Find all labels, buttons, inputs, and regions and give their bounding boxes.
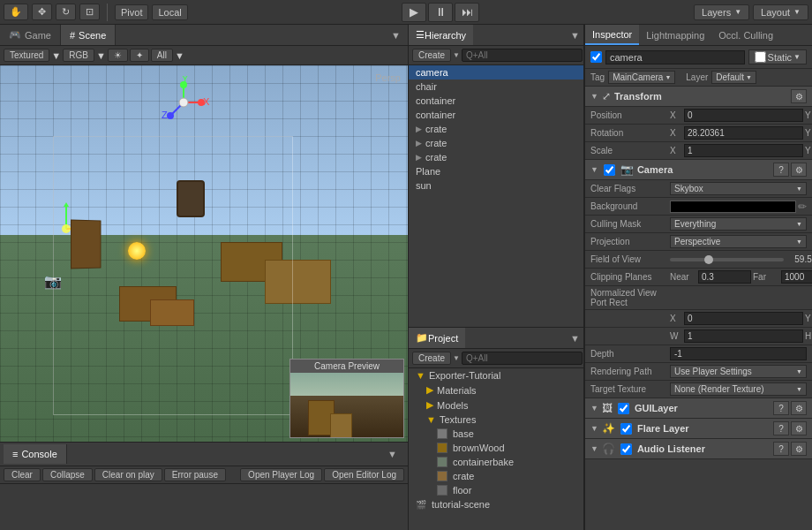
tab-scene[interactable]: # Scene [61,25,116,45]
play-btn[interactable]: ▶ [402,3,426,22]
camera-help-btn[interactable]: ? [773,163,789,177]
transform-component-header[interactable]: ▼ ⤢ Transform ⚙ [585,87,812,107]
camera-enabled-checkbox[interactable] [604,164,615,176]
flarelayer-help-btn[interactable]: ? [773,421,789,435]
tab-collapse-btn[interactable]: ▼ [387,30,404,41]
open-player-log-btn[interactable]: Open Player Log [240,468,322,481]
tab-occlusion[interactable]: Occl. Culling [711,25,780,45]
h-item-crate2[interactable]: ▶ crate [409,136,583,150]
near-field[interactable] [698,270,751,284]
flarelayer-checkbox[interactable] [620,423,632,435]
collapse-btn[interactable]: Collapse [42,468,93,481]
hand-tool-btn[interactable]: ✋ [4,4,28,20]
brownwood-tex-icon [437,443,447,453]
step-btn[interactable]: ⏭ [455,3,479,22]
h-item-container1[interactable]: container [409,94,583,108]
target-texture-dropdown[interactable]: None (Render Texture) [670,382,807,396]
p-item-crate-tex[interactable]: crate [409,469,583,483]
effects-btn[interactable]: ✦ [130,49,149,62]
sunlight-btn[interactable]: ☀ [108,49,128,62]
pivot-btn[interactable]: Pivot [115,4,148,20]
h-item-container2[interactable]: container [409,108,583,122]
hierarchy-tab[interactable]: ☰ Hierarchy [409,25,473,45]
tab-game[interactable]: 🎮 Game [0,25,61,45]
hierarchy-create-btn[interactable]: Create [412,49,451,62]
vp-x-field[interactable] [684,312,803,325]
vp-w-field[interactable] [684,329,803,343]
audiolistener-checkbox[interactable] [620,443,632,455]
background-color-swatch[interactable] [670,201,796,213]
far-field[interactable] [781,270,812,284]
h-item-crate1[interactable]: ▶ crate [409,122,583,136]
audiolistener-component-header[interactable]: ▼ 🎧 Audio Listener ? ⚙ [585,439,812,459]
h-item-plane[interactable]: Plane [409,164,583,178]
scale-x-field[interactable] [684,144,803,157]
rotation-row: Rotation X Y Z [585,125,812,142]
object-name-field[interactable] [605,50,745,64]
open-editor-log-btn[interactable]: Open Editor Log [324,468,404,481]
rect-tool-btn[interactable]: ⊡ [79,4,100,20]
guilayer-checkbox[interactable] [618,403,629,414]
culling-mask-dropdown[interactable]: Everything [670,217,807,231]
transform-settings-btn[interactable]: ⚙ [791,89,807,103]
pos-x-field[interactable] [684,109,803,122]
flarelayer-component-header[interactable]: ▼ ✨ Flare Layer ? ⚙ [585,419,812,439]
clear-on-play-btn[interactable]: Clear on play [94,468,162,481]
layout-dropdown[interactable]: Layout [753,4,808,20]
refresh-btn[interactable]: ↻ [56,4,76,20]
audiolistener-settings-btn[interactable]: ⚙ [791,442,807,456]
local-btn[interactable]: Local [152,4,187,20]
h-item-chair[interactable]: chair [409,80,583,94]
guilayer-component-header[interactable]: ▼ 🖼 GUILayer ? ⚙ [585,398,812,419]
p-item-tutorial-scene[interactable]: 🎬 tutorial-scene [409,497,583,511]
guilayer-help-btn[interactable]: ? [773,401,789,415]
textured-btn[interactable]: Textured [4,49,49,62]
camera-component-header[interactable]: ▼ 📷 Camera ? ⚙ [585,160,812,180]
project-create-btn[interactable]: Create [412,352,451,365]
h-item-sun[interactable]: sun [409,178,583,193]
scene-viewport[interactable]: X Y Z 📷 [0,65,408,442]
p-item-floor-tex[interactable]: floor [409,483,583,497]
h-item-camera[interactable]: camera [409,65,583,80]
all-btn[interactable]: All [151,49,173,62]
pause-btn[interactable]: ⏸ [428,3,453,22]
static-btn[interactable]: Static ▼ [748,49,807,64]
static-checkbox[interactable] [755,51,766,63]
background-eye-icon[interactable]: ✏ [798,201,807,213]
hierarchy-collapse-icon[interactable]: ▼ [570,30,580,41]
guilayer-settings-btn[interactable]: ⚙ [791,401,807,415]
fov-slider[interactable] [670,258,784,261]
flarelayer-settings-btn[interactable]: ⚙ [791,421,807,435]
audiolistener-help-btn[interactable]: ? [773,442,789,456]
depth-field[interactable] [670,347,807,360]
project-collapse-icon[interactable]: ▼ [570,333,580,344]
project-search-input[interactable] [462,352,583,365]
console-tab[interactable]: ≡ Console [4,444,67,464]
p-item-exporter[interactable]: ▼ Exporter-Tutorial [409,368,583,382]
object-active-checkbox[interactable] [590,51,602,63]
console-collapse-icon[interactable]: ▼ [384,449,401,459]
rendering-path-dropdown[interactable]: Use Player Settings [670,365,807,378]
move-tool-btn[interactable]: ✥ [32,4,52,20]
p-item-materials[interactable]: ▶ Materials [409,382,583,398]
projection-dropdown[interactable]: Perspective [670,235,807,248]
rgb-btn[interactable]: RGB [63,49,94,62]
p-item-textures[interactable]: ▼ Textures [409,413,583,427]
camera-settings-btn[interactable]: ⚙ [791,163,807,177]
p-item-models[interactable]: ▶ Models [409,398,583,413]
clear-flags-dropdown[interactable]: Skybox [670,182,807,195]
layers-dropdown[interactable]: Layers [694,4,749,20]
p-item-brownwood[interactable]: brownWood [409,441,583,455]
p-item-base[interactable]: base [409,427,583,441]
layer-dropdown[interactable]: Default [711,71,756,84]
project-tab[interactable]: 📁 Project [409,328,465,348]
error-pause-btn[interactable]: Error pause [164,468,226,481]
tab-lightmapping[interactable]: Lightmapping [639,25,711,45]
tag-dropdown[interactable]: MainCamera [608,71,675,84]
p-item-containerbake[interactable]: containerbake [409,455,583,469]
tab-inspector[interactable]: Inspector [585,25,639,45]
rot-x-field[interactable] [684,126,803,140]
hierarchy-search-input[interactable] [462,49,583,62]
clear-btn[interactable]: Clear [4,468,41,481]
h-item-crate3[interactable]: ▶ crate [409,150,583,164]
